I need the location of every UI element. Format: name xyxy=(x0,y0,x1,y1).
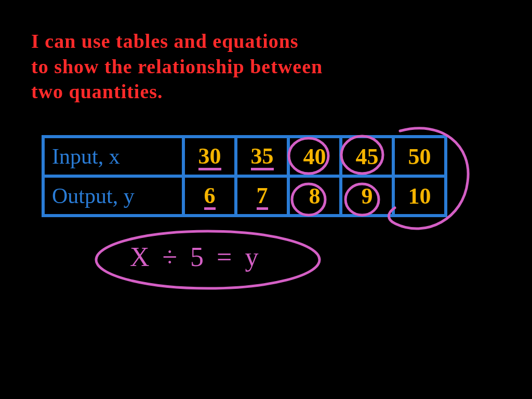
lesson-title: I can use tables and equations to show t… xyxy=(31,29,509,104)
row-label-output: Output, y xyxy=(43,176,183,216)
table-row: Output, y 6 7 8 9 10 xyxy=(43,176,446,216)
io-table: Input, x 30 35 40 45 50 Output, y 6 7 8 … xyxy=(42,135,447,217)
cell-x2: 35 xyxy=(236,137,288,176)
cell-y4: 9 xyxy=(341,176,393,216)
title-line-1: I can use tables and equations xyxy=(31,29,509,54)
cell-y3: 8 xyxy=(288,176,341,216)
cell-x1: 30 xyxy=(183,137,236,176)
cell-y1: 6 xyxy=(183,176,236,216)
row-label-input: Input, x xyxy=(43,137,183,176)
whiteboard-canvas: I can use tables and equations to show t… xyxy=(0,0,532,399)
equation-text: X ÷ 5 = y xyxy=(130,242,261,272)
table-row: Input, x 30 35 40 45 50 xyxy=(43,137,446,176)
cell-x4: 45 xyxy=(341,137,393,176)
cell-x3: 40 xyxy=(288,137,341,176)
cell-y5: 10 xyxy=(393,176,446,216)
title-line-3: two quantities. xyxy=(31,79,509,104)
title-line-2: to show the relationship between xyxy=(31,54,509,79)
cell-x5: 50 xyxy=(393,137,446,176)
cell-y2: 7 xyxy=(236,176,288,216)
